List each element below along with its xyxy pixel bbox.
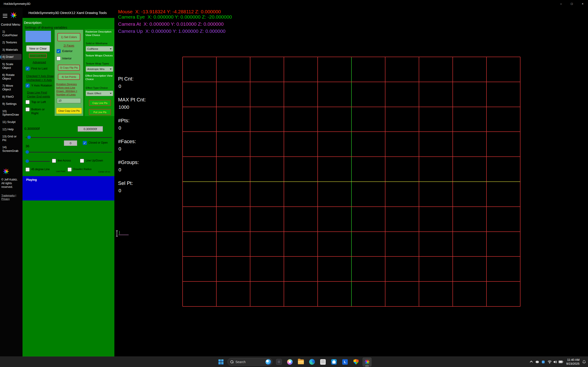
notification-bell-icon[interactable]: [582, 360, 586, 364]
slider-track[interactable]: [26, 161, 50, 162]
privacy-link[interactable]: Privacy: [1, 198, 10, 200]
set-points-button[interactable]: 4) Set Points: [58, 74, 80, 80]
grid-center-horizontal-line: [183, 181, 520, 182]
rotation-degrees-link[interactable]: Rotation Degrees before next Line Drawn.…: [56, 83, 82, 96]
first-to-last-checkbox[interactable]: [26, 67, 30, 71]
sidebar-item-3-materials[interactable]: 3) Materials: [1, 47, 22, 53]
grid-line-horizontal: [183, 256, 520, 257]
put-line-pts-button[interactable]: Put Line Pts: [89, 109, 111, 115]
taskbar-hot3dx-app-button[interactable]: [363, 357, 372, 367]
sidebar-item-6-rotate-object[interactable]: 6) Rotate Object: [1, 72, 22, 81]
tray-icon-1[interactable]: [536, 361, 539, 363]
faces-link[interactable]: 2) Faces: [55, 44, 83, 47]
bottom-or-right-checkbox[interactable]: [26, 107, 30, 111]
sidebar-item-9-settings[interactable]: 9) Settings: [1, 101, 22, 107]
advanced-link[interactable]: Advanced: [33, 60, 46, 64]
sidebar-item-2-textures[interactable]: 2) Textures: [1, 40, 22, 45]
readout-mouse: Mouse X: -13.918324 Y: -4.288112 Z: 0.00…: [118, 9, 232, 14]
sidebar-item-1-colorpicker[interactable]: 1) ColorPicker: [1, 29, 22, 38]
taskbar-dark-app-button[interactable]: [274, 357, 284, 367]
line-up-down-checkbox[interactable]: [80, 159, 84, 163]
bing-search-icon: [266, 359, 271, 365]
sidebar-item-7-move-object[interactable]: 7) Move Object: [1, 83, 22, 92]
mini-slider[interactable]: [26, 159, 50, 163]
slider-thumb[interactable]: [26, 159, 29, 163]
set-colors-button[interactable]: 1) Set Colors: [57, 33, 80, 41]
copy-line-pts-button[interactable]: Copy Line Pts: [89, 100, 111, 106]
chevron-down-icon: [110, 69, 112, 70]
effect-desc-label: Effect Description View Choice: [86, 74, 114, 81]
taskbar-store-button[interactable]: [329, 357, 338, 367]
taskbar-search[interactable]: Search: [227, 358, 272, 366]
sidebar-item-8-fileio[interactable]: 8) FileIO: [1, 94, 22, 100]
maximize-button[interactable]: □: [566, 0, 577, 8]
new-or-clear-button[interactable]: New or Clear: [26, 45, 50, 52]
taskbar-security-button[interactable]: [351, 357, 361, 367]
light-app-icon: [320, 359, 326, 365]
copilot-icon: [287, 359, 293, 365]
deg45-line-checkbox[interactable]: [26, 167, 30, 172]
sidebar-item-4-draw[interactable]: 4) Draw!: [1, 54, 22, 60]
sidebar-item-10-spheredraw[interactable]: 10) SphereDraw: [1, 108, 22, 118]
slider-track[interactable]: [26, 152, 112, 152]
stat-label: #Faces:: [118, 139, 146, 144]
sidebar-item-11-sculpt[interactable]: 11) Sculpt: [1, 119, 22, 125]
line-across-checkbox[interactable]: [52, 159, 56, 163]
closed-or-open-checkbox[interactable]: [83, 141, 87, 145]
taskbar-copilot-button[interactable]: [285, 357, 294, 367]
grid-line-horizontal: [183, 131, 520, 132]
size-value-box[interactable]: 0.300000f: [78, 126, 103, 132]
sidebar-item-12-help[interactable]: 12) Help: [1, 126, 22, 132]
close-button[interactable]: ×: [577, 0, 588, 8]
slider-track[interactable]: [26, 137, 112, 138]
sidebar-item-5-scale-object[interactable]: 5) Scale Object: [1, 61, 22, 71]
sidebar-item-14-screengrab[interactable]: 14) ScreenGrab: [1, 144, 22, 154]
draw-arc-radius-row: DrawArc Radius: [68, 167, 91, 172]
y-axis-draw-link[interactable]: Checked Y Axis Draw Unchecked = X Axis: [26, 74, 54, 82]
slider-thumb[interactable]: [26, 150, 29, 154]
exterior-checkbox[interactable]: [57, 49, 61, 53]
network-volume-battery-group[interactable]: [548, 360, 563, 364]
cull-mode-dropdown[interactable]: CullNone: [86, 46, 113, 52]
texture-wrap-dropdown[interactable]: Anistropic Wra: [86, 66, 113, 72]
draw-arc-radius-label: DrawArc Radius: [73, 167, 91, 171]
taskbar-edge-button[interactable]: [307, 357, 317, 367]
closed-or-open-row: Closed or Open: [83, 141, 108, 145]
copy-flip-pts-button[interactable]: 3) Copy Flip Pts: [58, 65, 80, 71]
minimize-button[interactable]: –: [556, 0, 566, 8]
draw-line-first-link[interactable]: Draw Line First! Center End points: [27, 91, 50, 99]
color-swatch[interactable]: [26, 31, 51, 42]
interior-checkbox[interactable]: [57, 56, 61, 60]
slider-thumb[interactable]: [27, 135, 31, 139]
search-placeholder: Search: [235, 360, 264, 364]
taskbar-light-app-button[interactable]: [318, 357, 328, 367]
y-axis-rotation-checkbox[interactable]: [26, 83, 30, 88]
cursor-lock-reset-button[interactable]: Cursor Lock Reset: [29, 53, 47, 58]
lines-count-input[interactable]: 10: [57, 98, 81, 103]
start-button[interactable]: [216, 357, 225, 367]
stat-value: 0: [119, 146, 146, 152]
draw-arc-radius-checkbox[interactable]: [68, 167, 72, 172]
segments-value-box[interactable]: 0: [64, 140, 77, 146]
segments-slider[interactable]: [26, 150, 112, 154]
taskbar-clock[interactable]: 11:40 AM 9/23/2025: [566, 358, 579, 366]
tray-icon-2[interactable]: [542, 361, 545, 363]
sidebar-item-13-grid-or-pic[interactable]: 13) Grid or Pic: [1, 133, 22, 143]
top-or-left-label: Top or Left: [31, 100, 46, 104]
drawing-settings-panel: Description: Settings of drawing variabl…: [23, 18, 114, 357]
size-value-label: 0.300000f: [24, 127, 40, 131]
effect-type-dropdown[interactable]: Basic Effect: [86, 91, 113, 96]
sidebar-menu: 1) ColorPicker2) Textures3) Materials4) …: [0, 29, 23, 155]
taskbar-file-explorer-button[interactable]: [296, 357, 305, 367]
top-or-left-checkbox[interactable]: [26, 100, 30, 104]
trademarks-link[interactable]: Trademarks: [1, 194, 15, 197]
drawing-canvas[interactable]: Mouse X: -13.918324 Y: -4.288112 Z: 0.00…: [114, 8, 588, 357]
hot3dx-app-icon: [364, 359, 370, 365]
size-slider[interactable]: [26, 135, 112, 140]
taskbar-l-app-button[interactable]: L: [340, 357, 350, 367]
hamburger-menu-icon[interactable]: [3, 14, 7, 18]
clock-date: 9/23/2025: [566, 362, 579, 366]
hidden-icons-chevron-icon[interactable]: [530, 361, 533, 364]
y-axis-rotation-label: Y Axis Rotation: [31, 83, 52, 88]
clear-copy-line-pts-button[interactable]: Clear Copy Line Pts: [56, 108, 82, 114]
